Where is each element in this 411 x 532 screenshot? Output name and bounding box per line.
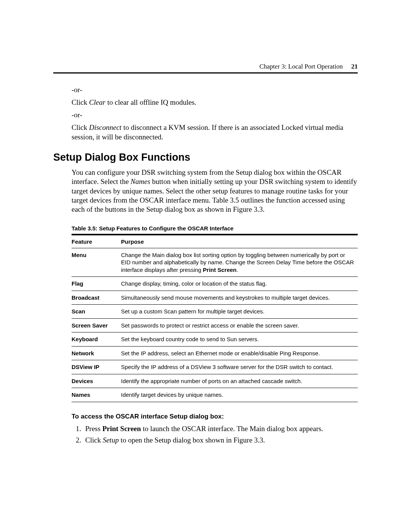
feature-cell: Menu (72, 248, 121, 277)
col-purpose: Purpose (121, 235, 358, 248)
table-row: Names Identify target devices by unique … (72, 388, 358, 402)
step-item: Click Setup to open the Setup dialog box… (83, 436, 358, 445)
table-row: Network Set the IP address, select an Et… (72, 346, 358, 360)
table-row: Broadcast Simultaneously send mouse move… (72, 291, 358, 305)
feature-cell: Devices (72, 374, 121, 388)
feature-cell: Screen Saver (72, 318, 121, 332)
purpose-cell: Specify the IP address of a DSView 3 sof… (121, 360, 358, 374)
feature-cell: Broadcast (72, 291, 121, 305)
intro-block: -or- Click Clear to clear all offline IQ… (72, 86, 358, 142)
table-row: Screen Saver Set passwords to protect or… (72, 318, 358, 332)
table-header-row: Feature Purpose (72, 235, 358, 248)
feature-table: Feature Purpose Menu Change the Main dia… (72, 234, 358, 402)
access-subheading: To access the OSCAR interface Setup dial… (72, 413, 358, 420)
purpose-cell: Change display, timing, color or locatio… (121, 277, 358, 291)
table-row: Flag Change display, timing, color or lo… (72, 277, 358, 291)
section-body: You can configure your DSR switching sys… (72, 168, 358, 445)
purpose-cell: Set the IP address, select an Ethernet m… (121, 346, 358, 360)
section-heading: Setup Dialog Box Functions (53, 152, 358, 163)
disconnect-instruction: Click Disconnect to disconnect a KVM ses… (72, 123, 358, 142)
step-item: Press Print Screen to launch the OSCAR i… (83, 424, 358, 434)
chapter-label: Chapter 3: Local Port Operation (260, 63, 343, 70)
content-area: -or- Click Clear to clear all offline IQ… (53, 86, 358, 445)
table-row: Devices Identify the appropriate number … (72, 374, 358, 388)
page: Chapter 3: Local Port Operation 21 -or- … (0, 0, 411, 532)
header-rule (53, 72, 358, 73)
feature-cell: Network (72, 346, 121, 360)
feature-cell: Scan (72, 305, 121, 319)
feature-cell: Flag (72, 277, 121, 291)
table-row: Scan Set up a custom Scan pattern for mu… (72, 305, 358, 319)
page-number: 21 (351, 63, 358, 70)
table-row: DSView IP Specify the IP address of a DS… (72, 360, 358, 374)
table-row: Keyboard Set the keyboard country code t… (72, 332, 358, 347)
table-caption: Table 3.5: Setup Features to Configure t… (72, 225, 358, 232)
purpose-cell: Set up a custom Scan pattern for multipl… (121, 305, 358, 319)
col-feature: Feature (72, 235, 121, 248)
purpose-cell: Identify the appropriate number of ports… (121, 374, 358, 388)
or-separator: -or- (72, 86, 358, 94)
steps-list: Press Print Screen to launch the OSCAR i… (72, 424, 358, 445)
purpose-cell: Change the Main dialog box list sorting … (121, 248, 358, 277)
clear-instruction: Click Clear to clear all offline IQ modu… (72, 98, 358, 107)
purpose-cell: Identify target devices by unique names. (121, 388, 358, 402)
or-separator: -or- (72, 111, 358, 119)
feature-cell: Names (72, 388, 121, 402)
feature-cell: Keyboard (72, 332, 121, 347)
purpose-cell: Set passwords to protect or restrict acc… (121, 318, 358, 332)
feature-cell: DSView IP (72, 360, 121, 374)
purpose-cell: Simultaneously send mouse movements and … (121, 291, 358, 305)
table-row: Menu Change the Main dialog box list sor… (72, 248, 358, 277)
running-header: Chapter 3: Local Port Operation 21 (260, 63, 358, 70)
purpose-cell: Set the keyboard country code to send to… (121, 332, 358, 347)
section-paragraph: You can configure your DSR switching sys… (72, 168, 358, 214)
